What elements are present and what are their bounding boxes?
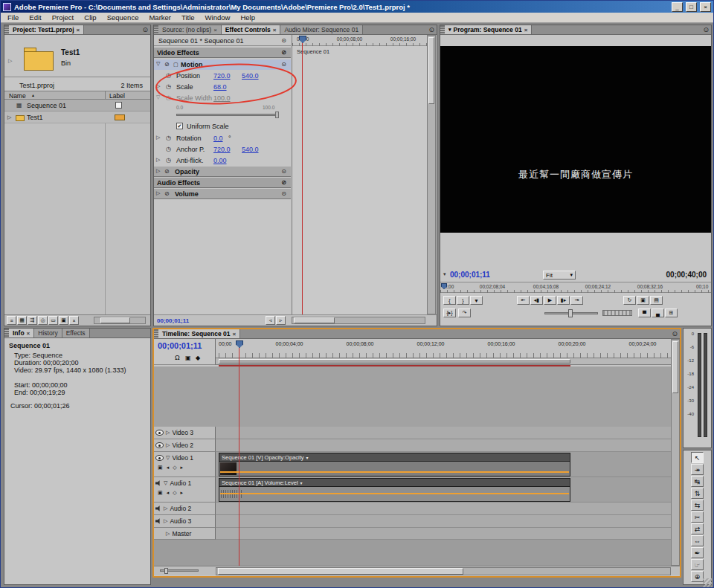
expand-track-icon[interactable]: ▷ [166,430,170,436]
clip-dropdown-icon[interactable]: ▾ [306,455,308,460]
scrollbar-thumb[interactable] [428,37,434,104]
list-item-sequence[interactable]: ▦ Sequence 01 [4,100,150,112]
work-area-bar[interactable] [219,359,570,364]
go-to-out-button[interactable]: ⇥ [570,296,583,305]
volume-rubber-band[interactable] [220,493,569,494]
toggle-animation-icon[interactable]: ◷ [166,83,171,90]
zoom-tool[interactable]: ⊕ [691,571,704,582]
tab-info[interactable]: Info × [9,329,34,337]
set-marker-button[interactable]: ▼ [470,296,483,305]
scrollbar-thumb[interactable] [100,317,130,323]
go-to-in-button[interactable]: ⇤ [517,296,530,305]
uniform-scale-checkbox[interactable]: ✔ [176,123,183,129]
ripple-edit-tool[interactable]: ↹ [691,476,704,487]
effect-vertical-scrollbar[interactable] [427,35,436,314]
toggle-animation-icon[interactable]: ◷ [166,72,171,79]
rate-stretch-tool[interactable]: ⇆ [691,500,704,511]
video-clip-body[interactable] [219,461,570,476]
toggle-animation-icon[interactable]: ◷ [166,135,171,141]
slider-handle[interactable] [275,112,279,118]
menu-help[interactable]: Help [235,13,260,22]
close-tab-icon[interactable]: × [233,331,237,337]
video-clip-title-bar[interactable]: Sequence 01 [V] Opacity:Opacity ▾ [219,453,570,461]
reset-effect-icon[interactable]: ⊙ [281,61,286,68]
expand-track-icon[interactable]: ▷ [164,505,167,511]
zoom-level-dropdown[interactable]: Fit ▾ [543,271,576,280]
zoom-in-button[interactable]: ▹ [276,316,286,325]
label-swatch[interactable] [115,114,125,120]
automate-to-sequence-button[interactable]: ⇶ [28,316,37,325]
program-ruler[interactable]: 00;00 00;02;08;04 00;04;16;08 00;06;24;1… [440,282,711,293]
expand-track-icon[interactable]: ▷ [166,531,170,537]
collapse-param-icon[interactable]: ▽ [156,94,160,100]
timeline-current-timecode[interactable]: 00;00;01;11 [158,341,202,350]
track-lane-video3[interactable] [216,427,671,439]
tab-effects[interactable]: Effects [62,329,90,337]
antiflicker-value[interactable]: 0.00 [213,157,227,164]
hand-tool[interactable]: ☞ [691,559,704,570]
delete-button[interactable]: × [69,316,79,325]
previous-keyframe-icon[interactable]: ◂ [167,490,170,496]
close-tab-icon[interactable]: × [524,27,528,33]
effect-timeline-ruler[interactable]: 00;00 00;00;08;00 00;00;16;00 [292,35,428,46]
expand-bin-icon[interactable]: ▷ [7,114,11,120]
zoom-out-button[interactable]: ◃ [266,316,275,325]
snap-toggle-icon[interactable]: Ω [175,354,180,361]
close-tab-icon[interactable]: × [27,330,30,337]
anchor-x-value[interactable]: 720.0 [213,146,231,153]
set-out-button[interactable]: } [457,296,469,305]
track-select-tool[interactable]: ↠ [691,464,704,475]
effect-horizontal-scrollbar[interactable] [292,317,425,324]
list-view-button[interactable]: ≡ [7,316,16,325]
tab-audio-mixer[interactable]: Audio Mixer: Sequence 01 [280,25,363,34]
program-current-timecode[interactable]: 00;00;01;11 [450,271,490,279]
play-around-button[interactable]: ↷ [458,308,471,317]
column-label[interactable]: Label [109,92,125,100]
rotation-value[interactable]: 0.0 [213,135,223,142]
play-button[interactable]: ▶ [544,296,556,305]
panel-menu-button[interactable]: ⊙ [140,25,150,34]
panel-menu-button[interactable]: ⊙ [426,25,437,34]
poster-play-icon[interactable]: ▷ [8,58,12,64]
zoom-slider-handle[interactable] [164,568,168,574]
jog-disk[interactable] [602,310,632,316]
expand-param-icon[interactable]: ▷ [156,83,160,89]
find-button[interactable]: ◎ [38,316,48,325]
tab-history[interactable]: History [34,329,62,337]
next-keyframe-icon[interactable]: ▸ [181,490,184,496]
step-forward-button[interactable]: ▮▸ [557,296,570,305]
reset-effect-icon[interactable]: ⊙ [281,168,286,175]
selection-tool[interactable]: ↖ [691,452,704,463]
output-button[interactable]: ▤ [650,296,663,305]
expand-effect-icon[interactable]: ▷ [156,190,160,196]
menu-sequence[interactable]: Sequence [102,13,144,22]
next-keyframe-icon[interactable]: ▸ [181,465,184,471]
loop-button[interactable]: ↻ [623,296,636,305]
timeline-horizontal-scrollbar[interactable] [216,567,671,575]
toggle-animation-icon[interactable]: ◷ [166,146,171,152]
effect-toggle-icon[interactable]: ⊘ [164,190,170,197]
clip-dropdown-icon[interactable]: ▾ [300,480,303,485]
effects-section-icon[interactable]: ⊘ [281,179,286,186]
eye-icon[interactable] [155,430,164,436]
tab-timeline[interactable]: Timeline: Sequence 01 × [158,329,240,338]
window-resize-grip[interactable] [703,578,712,587]
pen-tool[interactable]: ✒ [691,547,704,558]
position-y-value[interactable]: 540.0 [242,72,259,80]
title-bar[interactable]: Adobe Premiere Pro - C:\Documents and Se… [1,1,713,13]
lift-button[interactable]: ▀ [638,308,651,317]
step-back-button[interactable]: ◂▮ [530,296,543,305]
menu-file[interactable]: File [2,13,24,22]
scrollbar-thumb[interactable] [218,568,463,575]
scrollbar-thumb[interactable] [672,341,678,393]
new-bin-button[interactable]: ▭ [48,316,58,325]
slider-track[interactable] [176,114,279,116]
show-hide-keyframes-icon[interactable]: ⊙ [281,37,286,44]
close-tab-icon[interactable]: × [213,27,217,33]
shuttle-slider-handle[interactable] [568,309,573,317]
add-keyframe-icon[interactable]: ◇ [173,465,176,471]
timeline-ruler[interactable]: 00;00 00;00;04;00 00;00;08;00 00;00;12;0… [216,339,671,358]
timecode-chevron-icon[interactable]: ▾ [443,271,446,277]
rolling-edit-tool[interactable]: ⇅ [691,488,704,499]
menu-project[interactable]: Project [47,13,80,22]
